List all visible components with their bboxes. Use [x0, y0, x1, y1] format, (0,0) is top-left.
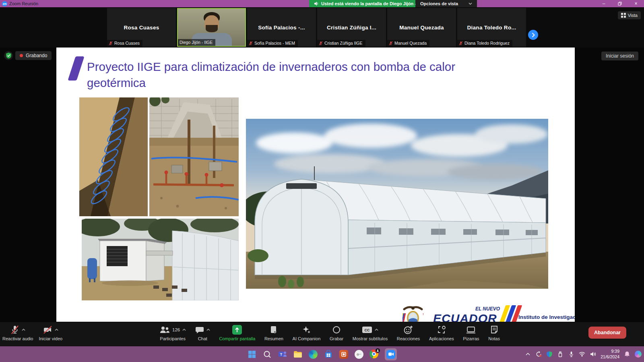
participant-label: Rosa Cuases [107, 40, 142, 47]
video-tile-rosa[interactable]: Rosa Cuases Rosa Cuases [107, 8, 176, 47]
logo-ecuador-text: ECUADOR [433, 312, 497, 322]
volume-icon[interactable] [590, 351, 596, 358]
mic-muted-icon [249, 41, 253, 46]
window-controls: – × [596, 0, 644, 7]
video-tile-manuel[interactable]: Manuel Quezada Manuel Quezada [387, 8, 456, 47]
store-icon[interactable] [324, 350, 333, 359]
ai-companion-button[interactable]: AI Companion [293, 325, 321, 341]
participants-count: 126 [172, 327, 180, 332]
start-icon[interactable] [247, 350, 257, 359]
teams-icon[interactable]: T [278, 350, 287, 359]
taskbar-tray: 9:39 21/6/2024 [524, 346, 642, 362]
chat-button[interactable]: Chat [195, 325, 210, 341]
chevron-down-icon [469, 2, 472, 5]
notes-icon [490, 325, 498, 334]
video-tile-diana[interactable]: Diana Toledo Ro... Diana Toledo Rodrigue… [457, 8, 526, 47]
summary-icon [270, 325, 278, 334]
security-shield-button[interactable] [4, 51, 13, 60]
chevron-up-icon[interactable] [22, 329, 25, 331]
record-icon [332, 325, 341, 334]
whiteboard-button[interactable]: Pizarras [463, 325, 479, 341]
restore-button[interactable] [612, 0, 628, 7]
shared-screen-area: Proyecto IIGE para climatización de inve… [0, 48, 644, 322]
photo-heat-pump-house [82, 219, 239, 300]
video-tile-diego-active-speaker[interactable]: Diego Jijón - IIGE [177, 8, 246, 47]
defender-shield-icon[interactable] [546, 351, 553, 358]
unmute-audio-button[interactable]: Reactivar audio [2, 325, 33, 341]
view-options-button[interactable]: Opciones de vista [415, 0, 477, 7]
edge-icon[interactable] [308, 350, 318, 359]
chevron-up-icon[interactable] [375, 329, 378, 331]
summary-button[interactable]: Resumen [264, 325, 283, 341]
participant-label: Diana Toledo Rodriguez [457, 40, 512, 47]
tray-mic-icon[interactable] [568, 351, 574, 358]
zoom-logo-icon: zm [2, 1, 7, 6]
record-dot-icon [20, 54, 23, 57]
search-icon[interactable] [262, 350, 272, 359]
slide-title: Proyecto IIGE para climatización de inve… [87, 59, 508, 91]
sync-icon[interactable] [535, 351, 542, 358]
speaker-icon [314, 1, 319, 6]
slide-accent-slash [68, 56, 84, 81]
tray-chevron-icon[interactable] [524, 351, 531, 358]
usb-icon[interactable] [557, 351, 564, 358]
apps-button[interactable]: Aplicaciones [429, 325, 454, 341]
window-title: Zoom Reunión [9, 1, 38, 6]
chevron-up-icon[interactable] [55, 329, 58, 331]
chrome-profile-badge [376, 348, 380, 353]
office-app-icon[interactable] [339, 350, 349, 359]
svg-text:CC: CC [364, 328, 369, 332]
minimize-button[interactable]: – [596, 0, 612, 7]
file-explorer-icon[interactable] [293, 350, 303, 359]
close-button[interactable]: × [628, 0, 644, 7]
captions-button[interactable]: CC Mostrar subtítulos [353, 325, 388, 341]
vista-view-button[interactable]: Vista [618, 11, 641, 19]
participant-label: Sofía Palacios - MEM [247, 40, 298, 47]
chat-icon [195, 326, 204, 334]
participant-label: Diego Jijón - IIGE [178, 39, 215, 46]
photo-trench-coiled-pipe [79, 97, 148, 216]
notification-bell-icon[interactable] [624, 351, 630, 358]
taskbar-date: 21/6/2024 [601, 354, 619, 360]
captions-icon: CC [362, 326, 372, 334]
leave-meeting-button[interactable]: Abandonar [588, 327, 626, 339]
windows-taskbar: T o·· [0, 346, 644, 362]
video-tile-sofia[interactable]: Sofía Palacios -... Sofía Palacios - MEM [247, 8, 316, 47]
toolbar-left-group: Reactivar audio Iniciar video [2, 325, 62, 341]
taskbar-apps: T o·· [247, 346, 397, 362]
chevron-up-icon[interactable] [182, 329, 186, 331]
vista-label: Vista [628, 13, 638, 18]
taskbar-time: 9:39 [601, 349, 619, 354]
taskbar-clock[interactable]: 9:39 21/6/2024 [601, 349, 619, 360]
chrome-icon[interactable] [369, 350, 379, 359]
signin-button[interactable]: Iniciar sesión [601, 52, 638, 60]
apps-icon [437, 325, 446, 334]
mic-muted-icon [389, 41, 393, 46]
shield-check-icon [6, 52, 12, 59]
zoom-app-icon[interactable] [385, 348, 397, 360]
notes-button[interactable]: Notas [488, 325, 500, 341]
reactions-button[interactable]: Reacciones [397, 325, 420, 341]
record-button[interactable]: Grabar [330, 325, 343, 341]
start-video-button[interactable]: Iniciar video [39, 325, 62, 341]
screen-share-banner: Usted está viendo la pantalla de Diego J… [309, 0, 431, 7]
mic-muted-icon [109, 41, 113, 46]
recorder-app-icon[interactable]: o·· [354, 350, 364, 359]
whiteboard-icon [466, 326, 476, 334]
recording-label: Grabando [26, 53, 47, 58]
photo-piping-construction [149, 97, 239, 216]
chevron-up-icon[interactable] [206, 329, 210, 331]
copilot-icon[interactable] [635, 351, 642, 358]
participant-tiles: Rosa Cuases Rosa Cuases Diego Jijón - II… [107, 8, 526, 47]
recording-indicator[interactable]: Grabando [15, 51, 52, 60]
next-participants-button[interactable] [528, 30, 538, 40]
participants-button[interactable]: 126 Participantes [159, 325, 186, 341]
video-tile-cristian[interactable]: Cristian Zúñiga I... Cristian Zúñiga IIG… [317, 8, 386, 47]
ai-companion-icon [301, 325, 311, 335]
reactions-icon [404, 325, 413, 335]
wifi-icon[interactable] [579, 351, 585, 358]
share-screen-button[interactable]: Compartir pantalla [219, 325, 255, 341]
banner-text: Usted está viendo la pantalla de Diego J… [321, 1, 426, 6]
participants-icon [159, 326, 170, 334]
chevron-right-icon [531, 33, 535, 37]
